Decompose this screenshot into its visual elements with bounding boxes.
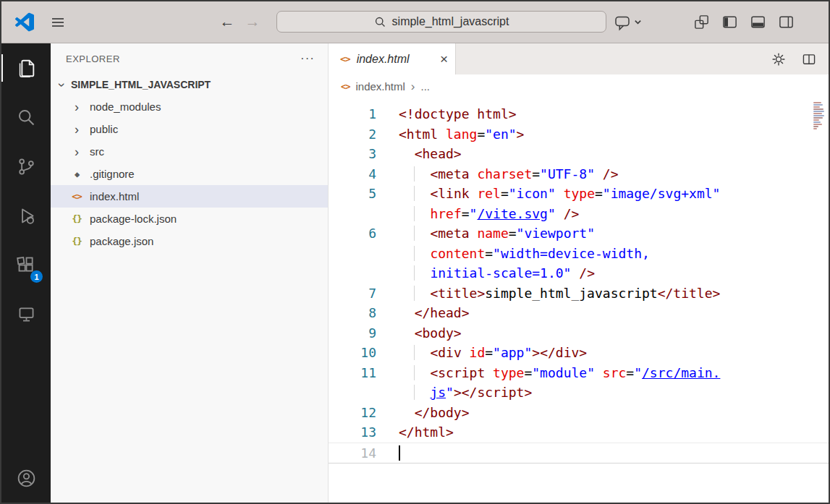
code-line-14[interactable]: 14: [329, 443, 829, 464]
code-editor[interactable]: 1<!doctype html>2<html lang="en">3 <head…: [329, 98, 829, 503]
code-line-9[interactable]: 9 <body>: [329, 323, 829, 343]
settings-gear-icon[interactable]: [769, 50, 787, 68]
tree-item-src[interactable]: ›src: [51, 140, 328, 163]
breadcrumb-file[interactable]: index.html: [355, 80, 405, 93]
breadcrumb-symbol[interactable]: ...: [421, 80, 431, 93]
code-line-5-wrap1[interactable]: href="/vite.svg" />: [329, 204, 829, 224]
breadcrumb-chevron-icon: ›: [411, 80, 415, 94]
json-file-icon: {}: [70, 236, 83, 247]
text-cursor: [399, 445, 400, 461]
code-text: content="width=device-width,: [399, 244, 650, 264]
line-number: 13: [329, 422, 376, 443]
vscode-window: ← → simple_html_javascript: [1, 1, 829, 503]
code-text: <script type="module" src="/src/main.: [399, 363, 720, 383]
tree-item-label: .gitignore: [90, 168, 135, 180]
minimap[interactable]: [812, 102, 827, 129]
tree-root[interactable]: › SIMPLE_HTML_JAVASCRIPT: [51, 74, 328, 95]
toggle-primary-sidebar-icon[interactable]: [721, 13, 739, 31]
code-line-6-wrap2[interactable]: initial-scale=1.0" />: [329, 263, 829, 283]
tree-item-public[interactable]: ›public: [51, 118, 328, 140]
code-text: href="/vite.svg" />: [399, 204, 579, 224]
gitignore-file-icon: ◆: [70, 169, 83, 179]
toggle-panel-icon[interactable]: [749, 13, 767, 31]
tree-item-label: public: [90, 123, 118, 135]
activity-item-source-control[interactable]: [1, 142, 51, 191]
search-box[interactable]: simple_html_javascript: [276, 11, 606, 33]
tree-root-label: SIMPLE_HTML_JAVASCRIPT: [71, 79, 211, 90]
code-text: </head>: [399, 303, 470, 323]
line-number: 10: [329, 343, 376, 363]
activity-item-search[interactable]: [1, 93, 51, 142]
explorer-sidebar: EXPLORER ··· › SIMPLE_HTML_JAVASCRIPT ›n…: [51, 43, 329, 503]
tree-item-package.json[interactable]: {}package.json: [51, 230, 328, 252]
split-editor-icon[interactable]: [800, 50, 818, 68]
chat-icon: [613, 13, 631, 31]
explorer-icon: [15, 57, 37, 79]
line-number: 1: [329, 104, 376, 124]
activity-item-remote-explorer[interactable]: [1, 289, 51, 338]
code-line-3[interactable]: 3 <head>: [329, 144, 829, 164]
code-line-1[interactable]: 1<!doctype html>: [329, 104, 829, 124]
toggle-secondary-sidebar-icon[interactable]: [777, 13, 795, 31]
accounts-icon: [16, 468, 37, 489]
tree-item-package-lock.json[interactable]: {}package-lock.json: [51, 208, 328, 230]
code-line-7[interactable]: 7 <title>simple_html_javascript</title>: [329, 283, 829, 304]
forward-arrow-icon[interactable]: →: [243, 12, 262, 32]
tree-item-label: package.json: [90, 235, 153, 247]
remote-explorer-icon: [16, 304, 37, 325]
code-line-11[interactable]: 11 <script type="module" src="/src/main.: [329, 363, 829, 383]
tree-item-label: node_modules: [90, 101, 161, 113]
tree-item-node_modules[interactable]: ›node_modules: [51, 95, 328, 118]
code-line-8[interactable]: 8 </head>: [329, 303, 829, 323]
editor-actions: [769, 43, 829, 74]
activity-item-run-debug[interactable]: [1, 191, 51, 240]
code-line-5[interactable]: 5 <link rel="icon" type="image/svg+xml": [329, 184, 829, 204]
editor-group: <> index.html × <> index.html › ...: [329, 43, 829, 503]
tab-label: index.html: [357, 53, 410, 66]
code-line-10[interactable]: 10 <div id="app"></div>: [329, 343, 829, 363]
code-line-11-wrap1[interactable]: js"></script>: [329, 383, 829, 403]
code-text: <meta name="viewport": [399, 223, 595, 244]
html-file-icon: <>: [340, 54, 350, 64]
code-text: <html lang="en">: [399, 124, 524, 145]
code-line-12[interactable]: 12 </body>: [329, 403, 829, 423]
breadcrumb: <> index.html › ...: [329, 74, 829, 98]
code-line-2[interactable]: 2<html lang="en">: [329, 124, 829, 145]
file-tree: ›node_modules›public›src◆.gitignore<>ind…: [51, 95, 328, 252]
tree-item-label: src: [90, 145, 104, 158]
line-number: 8: [329, 303, 376, 323]
tab-close-icon[interactable]: ×: [440, 52, 448, 66]
activity-item-explorer[interactable]: [1, 43, 51, 93]
code-line-4[interactable]: 4 <meta charset="UTF-8" />: [329, 164, 829, 184]
run-debug-icon: [16, 205, 37, 226]
tree-item-label: index.html: [90, 190, 139, 202]
menu-icon[interactable]: [49, 14, 67, 31]
search-icon: [374, 16, 386, 28]
layout-windows-icon[interactable]: [693, 13, 711, 31]
search-text: simple_html_javascript: [392, 15, 509, 28]
chat-menu[interactable]: [613, 13, 642, 31]
code-text: js"></script>: [399, 383, 532, 403]
tree-item-index.html[interactable]: <>index.html: [51, 185, 328, 208]
activity-item-extensions[interactable]: 1: [1, 240, 51, 289]
tree-item-.gitignore[interactable]: ◆.gitignore: [51, 163, 328, 185]
back-arrow-icon[interactable]: ←: [218, 12, 237, 32]
chevron-expanded-icon: ›: [54, 79, 69, 90]
tab-index-html[interactable]: <> index.html ×: [329, 43, 456, 74]
line-number: 14: [329, 443, 376, 464]
code-line-13[interactable]: 13</html>: [329, 422, 829, 443]
line-number: [329, 204, 376, 224]
html-file-icon: <>: [70, 191, 83, 202]
line-number: 6: [329, 223, 376, 244]
code-text: </body>: [399, 403, 470, 423]
code-text: <link rel="icon" type="image/svg+xml": [399, 184, 720, 204]
tab-bar: <> index.html ×: [329, 43, 829, 74]
chevron-right-icon: ›: [70, 101, 83, 114]
code-text: </html>: [399, 422, 454, 443]
activity-item-accounts[interactable]: [1, 453, 51, 503]
code-line-6[interactable]: 6 <meta name="viewport": [329, 223, 829, 244]
code-line-6-wrap1[interactable]: content="width=device-width,: [329, 244, 829, 264]
activity-bar: 1: [1, 43, 51, 503]
code-text: <head>: [399, 144, 462, 164]
more-actions-icon[interactable]: ···: [300, 55, 315, 62]
